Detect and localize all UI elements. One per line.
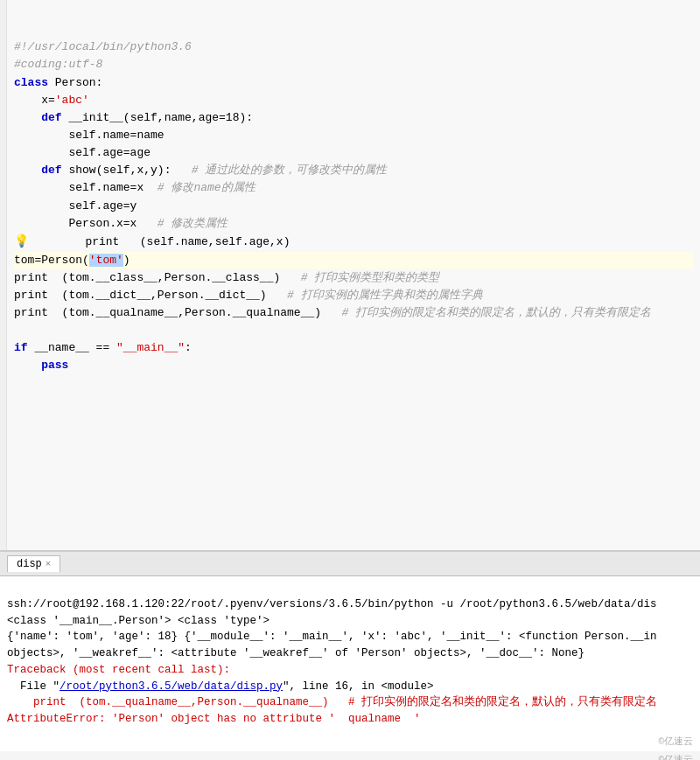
watermark: ©亿速云	[0, 751, 700, 760]
code-line: self.name=x # 修改name的属性	[14, 179, 693, 197]
terminal-line: print (tom.__qualname__,Person.__qualnam…	[7, 694, 693, 711]
terminal-line: Traceback (most recent call last):	[7, 662, 693, 679]
terminal-line: ssh://root@192.168.1.120:22/root/.pyenv/…	[7, 596, 693, 613]
code-line: def show(self,x,y): # 通过此处的参数，可修改类中的属性	[14, 162, 693, 179]
code-line: def __init__(self,name,age=18):	[14, 109, 693, 127]
terminal-tab-label: disp	[17, 558, 42, 570]
terminal-line: File "/root/python3.6.5/web/data/disp.py…	[7, 679, 693, 695]
code-line: Person.x=x # 修改类属性	[14, 215, 693, 233]
code-line: pass	[14, 357, 693, 374]
code-editor: #!/usr/local/bin/python3.6#coding:utf-8c…	[0, 0, 700, 551]
code-content[interactable]: #!/usr/local/bin/python3.6#coding:utf-8c…	[7, 0, 700, 550]
code-line: self.age=age	[14, 144, 693, 162]
terminal-tab-close[interactable]: ×	[46, 559, 52, 569]
terminal-line: AttributeError: 'Person' object has no a…	[7, 711, 693, 728]
code-line: tom=Person('tom')	[14, 252, 693, 269]
code-line: 💡 print (self.name,self.age,x)	[14, 233, 693, 252]
terminal-output: ssh://root@192.168.1.120:22/root/.pyenv/…	[0, 576, 700, 751]
terminal-header: disp ×	[0, 551, 700, 576]
code-line: #coding:utf-8	[14, 56, 693, 73]
code-line: x='abc'	[14, 92, 693, 109]
file-link[interactable]: /root/python3.6.5/web/data/disp.py	[60, 680, 283, 693]
watermark: ©亿速云	[658, 735, 693, 748]
code-line: if __name__ == "__main__":	[14, 339, 693, 357]
code-line: self.name=name	[14, 127, 693, 144]
code-line: #!/usr/local/bin/python3.6	[14, 38, 693, 56]
terminal-line: <class '__main__.Person'> <class 'type'>	[7, 613, 693, 630]
code-line: print (tom.__qualname__,Person.__qualnam…	[14, 304, 693, 322]
code-line: print (tom.__class__,Person.__class__) #…	[14, 269, 693, 287]
terminal-line: objects>, '__weakref__': <attribute '__w…	[7, 645, 693, 662]
left-gutter	[0, 0, 7, 550]
terminal-tab[interactable]: disp ×	[7, 555, 60, 572]
code-line: class Person:	[14, 74, 693, 92]
code-line: print (tom.__dict__,Person.__dict__) # 打…	[14, 287, 693, 304]
terminal-line: {'name': 'tom', 'age': 18} {'__module__'…	[7, 629, 693, 645]
lightbulb-icon: 💡	[14, 234, 29, 248]
code-line	[14, 322, 693, 339]
code-line: self.age=y	[14, 198, 693, 215]
